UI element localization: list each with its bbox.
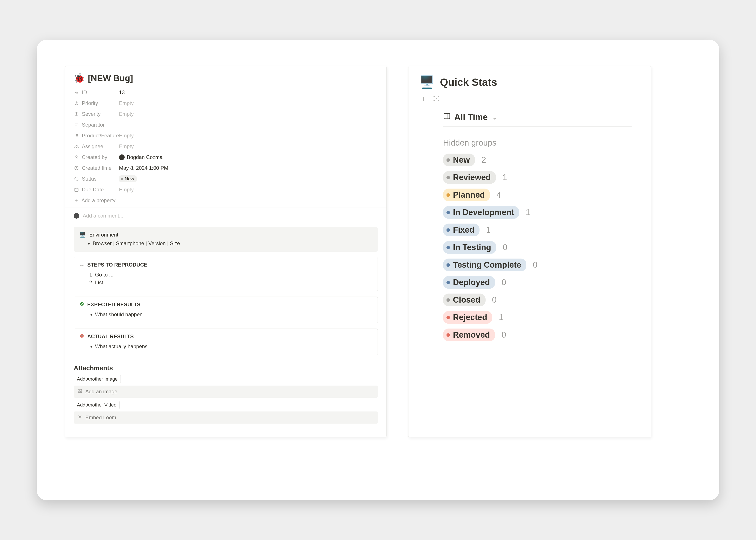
divider xyxy=(65,207,386,208)
add-another-video-button[interactable]: Add Another Video xyxy=(74,401,120,409)
property-value-text: May 8, 2024 1:00 PM xyxy=(119,165,168,171)
steps-heading-row: STEPS TO REPRODUCE xyxy=(79,262,372,268)
status-row[interactable]: Fixed1 xyxy=(443,223,640,236)
property-value-text: Empty xyxy=(119,133,134,139)
property-row[interactable]: StatusNew xyxy=(74,174,378,184)
status-label: Fixed xyxy=(453,225,474,234)
status-row[interactable]: Reviewed1 xyxy=(443,171,640,184)
property-value[interactable]: Bogdan Cozma xyxy=(119,154,163,160)
svg-point-7 xyxy=(75,156,77,157)
property-key: Assignee xyxy=(74,143,119,150)
svg-rect-17 xyxy=(444,114,450,119)
property-row[interactable]: Created timeMay 8, 2024 1:00 PM xyxy=(74,163,378,174)
property-row[interactable]: Separator xyxy=(74,119,378,130)
comment-placeholder: Add a comment... xyxy=(83,213,123,219)
status-pill: Fixed xyxy=(443,223,479,236)
property-value[interactable]: Empty xyxy=(119,111,134,117)
status-dot xyxy=(446,228,450,232)
property-row[interactable]: №ID13 xyxy=(74,87,378,98)
status-label: Removed xyxy=(453,330,490,339)
svg-point-3 xyxy=(75,112,78,116)
add-another-image-button[interactable]: Add Another Image xyxy=(74,375,121,383)
property-value[interactable]: May 8, 2024 1:00 PM xyxy=(119,165,168,171)
status-row[interactable]: Deployed0 xyxy=(443,276,640,289)
status-pill: Closed xyxy=(443,294,486,306)
clock-icon xyxy=(74,166,79,171)
property-row[interactable]: AssigneeEmpty xyxy=(74,141,378,152)
property-value[interactable]: Empty xyxy=(119,143,134,150)
property-row[interactable]: Due DateEmpty xyxy=(74,184,378,195)
steps-section[interactable]: STEPS TO REPRODUCE Go to ...List xyxy=(74,257,378,291)
status-label: Deployed xyxy=(453,278,490,287)
status-count: 0 xyxy=(503,243,507,252)
svg-point-5 xyxy=(75,145,76,146)
hidden-groups-section: Hidden groups New2Reviewed1Planned4In De… xyxy=(443,138,640,341)
status-row[interactable]: Testing Complete0 xyxy=(443,259,640,271)
text-icon xyxy=(74,122,79,127)
status-row[interactable]: Planned4 xyxy=(443,189,640,201)
step-item[interactable]: List xyxy=(95,279,372,286)
target-icon xyxy=(74,112,79,116)
avatar xyxy=(74,213,79,218)
add-property-label: Add a property xyxy=(81,198,115,203)
property-label: Due Date xyxy=(82,187,104,193)
property-label: Status xyxy=(82,176,96,182)
step-item[interactable]: Go to ... xyxy=(95,271,372,279)
environment-callout[interactable]: 🖥️ Environment Browser | Smartphone | Ve… xyxy=(74,227,378,252)
property-value[interactable]: Empty xyxy=(119,187,134,193)
property-value-text: Bogdan Cozma xyxy=(127,154,163,160)
status-count: 4 xyxy=(497,190,501,200)
property-key: Created time xyxy=(74,165,119,171)
drag-handle-icon[interactable] xyxy=(433,95,440,102)
property-value-text: Empty xyxy=(119,100,134,106)
status-row[interactable]: Rejected1 xyxy=(443,311,640,324)
comment-input-row[interactable]: Add a comment... xyxy=(74,210,378,221)
status-label: In Development xyxy=(453,208,514,217)
property-row[interactable]: Created byBogdan Cozma xyxy=(74,152,378,163)
status-pill: Deployed xyxy=(443,276,495,289)
property-value[interactable]: New xyxy=(119,175,137,183)
property-value[interactable]: 13 xyxy=(119,89,125,95)
target-icon xyxy=(74,101,79,106)
status-dot xyxy=(446,193,450,197)
status-label: Testing Complete xyxy=(453,260,521,270)
status-pill: In Development xyxy=(443,206,519,219)
add-image-placeholder[interactable]: Add an image xyxy=(74,386,378,398)
property-key: №ID xyxy=(74,89,119,95)
add-view-button[interactable]: ＋ xyxy=(419,94,428,103)
add-property-button[interactable]: ＋ Add a property xyxy=(74,195,378,206)
property-row[interactable]: Product/FeatureEmpty xyxy=(74,130,378,141)
status-dot xyxy=(446,158,450,162)
expected-section[interactable]: EXPECTED RESULTS What should happen xyxy=(74,297,378,323)
property-value[interactable] xyxy=(119,125,143,125)
steps-heading: STEPS TO REPRODUCE xyxy=(87,262,147,268)
property-key: Product/Feature xyxy=(74,133,119,139)
actual-section[interactable]: ACTUAL RESULTS What actually happens xyxy=(74,329,378,355)
actual-bullet: What actually happens xyxy=(95,342,372,350)
embed-loom-placeholder[interactable]: Embed Loom xyxy=(74,411,378,424)
page-title[interactable]: [NEW Bug] xyxy=(88,73,133,83)
property-value[interactable]: Empty xyxy=(119,133,134,139)
status-pill: Removed xyxy=(443,329,495,341)
status-pill: New xyxy=(443,154,475,166)
status-row[interactable]: In Testing0 xyxy=(443,241,640,254)
svg-rect-10 xyxy=(75,188,78,192)
status-row[interactable]: New2 xyxy=(443,154,640,166)
status-count: 0 xyxy=(502,330,506,339)
status-pill: New xyxy=(119,175,137,183)
property-row[interactable]: SeverityEmpty xyxy=(74,109,378,119)
view-tab-all-time[interactable]: All Time ⌄ xyxy=(443,112,632,127)
status-row[interactable]: In Development1 xyxy=(443,206,640,219)
quick-stats-toolbar: ＋ xyxy=(419,94,640,103)
property-value[interactable]: Empty xyxy=(119,100,134,106)
quick-stats-card: 🖥️ Quick Stats ＋ All Time ⌄ Hidden group… xyxy=(408,66,651,437)
property-row[interactable]: PriorityEmpty xyxy=(74,98,378,109)
status-dot xyxy=(446,246,450,249)
status-list: New2Reviewed1Planned4In Development1Fixe… xyxy=(443,154,640,341)
status-row[interactable]: Removed0 xyxy=(443,329,640,341)
status-row[interactable]: Closed0 xyxy=(443,294,640,306)
status-label: Rejected xyxy=(453,313,487,322)
status-pill: Testing Complete xyxy=(443,259,526,271)
status-dot xyxy=(446,263,450,267)
environment-heading: Environment xyxy=(89,232,118,238)
